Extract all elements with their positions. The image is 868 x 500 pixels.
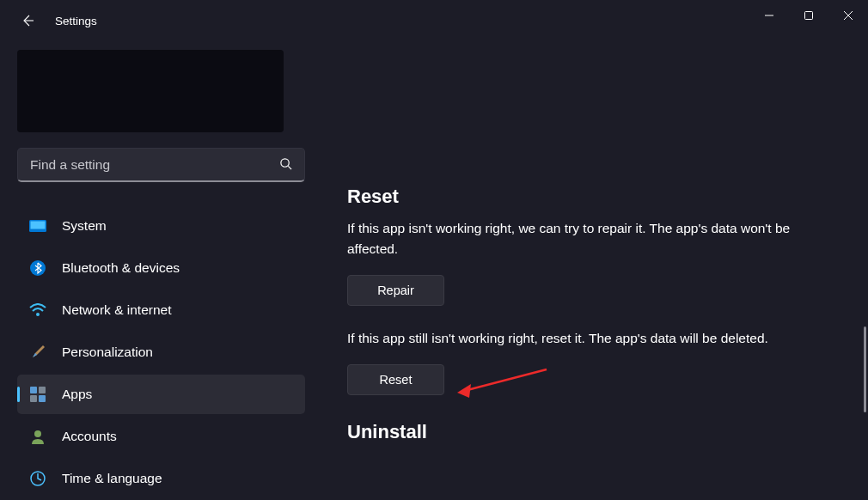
sidebar-item-bluetooth[interactable]: Bluetooth & devices: [17, 248, 305, 288]
svg-rect-1: [805, 12, 813, 20]
sidebar-item-time[interactable]: Time & language: [17, 459, 305, 498]
sidebar-item-label: Apps: [62, 387, 92, 402]
svg-point-14: [34, 430, 41, 437]
wifi-icon: [29, 302, 46, 319]
sidebar-item-personalization[interactable]: Personalization: [17, 332, 305, 372]
search-field[interactable]: [17, 148, 305, 182]
svg-rect-7: [31, 221, 46, 229]
minimize-button[interactable]: [749, 0, 789, 31]
sidebar-item-label: System: [62, 218, 107, 234]
window-title: Settings: [55, 15, 97, 27]
svg-rect-10: [30, 387, 37, 393]
sidebar-item-label: Accounts: [62, 429, 117, 444]
sidebar-item-network[interactable]: Network & internet: [17, 290, 305, 330]
svg-rect-12: [30, 395, 37, 402]
close-icon: [843, 10, 853, 21]
svg-point-4: [281, 158, 289, 166]
sidebar-item-label: Time & language: [62, 471, 162, 486]
sidebar-item-label: Bluetooth & devices: [62, 260, 180, 276]
back-button[interactable]: [19, 12, 36, 29]
sidebar-item-system[interactable]: System: [17, 206, 305, 246]
svg-line-5: [288, 166, 291, 169]
bluetooth-icon: [29, 259, 46, 277]
repair-button[interactable]: Repair: [347, 275, 444, 306]
repair-description: If this app isn't working right, we can …: [347, 218, 828, 259]
maximize-button[interactable]: [789, 0, 828, 31]
reset-heading: Reset: [347, 186, 842, 208]
paintbrush-icon: [29, 344, 46, 361]
svg-rect-13: [39, 395, 46, 402]
minimize-icon: [764, 10, 774, 21]
close-button[interactable]: [828, 0, 868, 31]
person-icon: [29, 428, 46, 445]
sidebar-item-apps[interactable]: Apps: [17, 375, 305, 414]
globe-clock-icon: [29, 470, 46, 487]
sidebar-item-label: Personalization: [62, 345, 153, 360]
sidebar-item-label: Network & internet: [62, 302, 172, 318]
back-arrow-icon: [21, 14, 34, 27]
scrollbar-thumb[interactable]: [864, 326, 866, 412]
uninstall-heading: Uninstall: [347, 421, 842, 443]
main-content: Reset If this app isn't working right, w…: [309, 41, 868, 500]
search-icon: [279, 157, 292, 173]
sidebar-item-accounts[interactable]: Accounts: [17, 417, 305, 456]
reset-button[interactable]: Reset: [347, 364, 444, 395]
display-icon: [29, 217, 46, 235]
svg-point-9: [36, 313, 40, 316]
svg-rect-11: [39, 387, 46, 393]
reset-description: If this app still isn't working right, r…: [347, 328, 842, 349]
maximize-icon: [804, 10, 814, 21]
sidebar: System Bluetooth & devices Network & int…: [0, 41, 309, 500]
search-input[interactable]: [30, 157, 279, 173]
account-box: [17, 50, 284, 132]
apps-icon: [29, 386, 46, 403]
